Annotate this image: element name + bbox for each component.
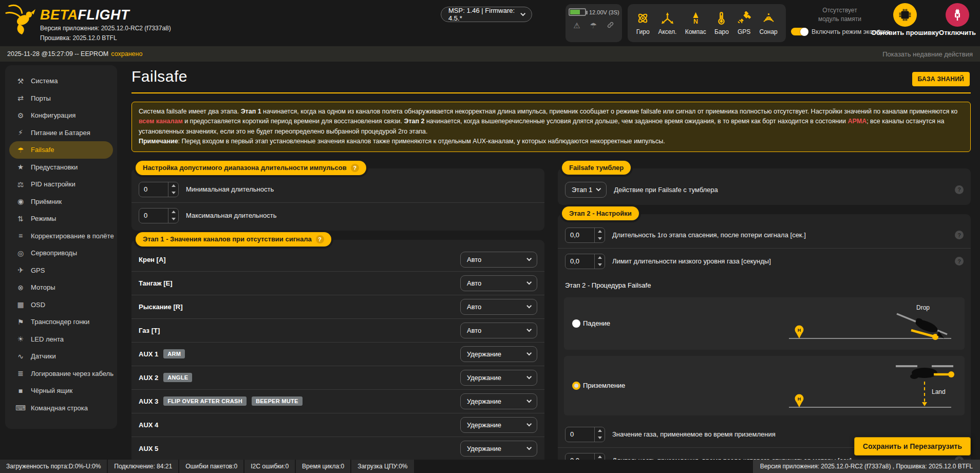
number-input[interactable]: 0,0 bbox=[565, 453, 605, 460]
sidebar-item-cli[interactable]: ⌨Командная строка bbox=[9, 400, 113, 417]
sidebar-item-label: LED лента bbox=[31, 335, 64, 343]
channel-fallback-select[interactable]: Авто bbox=[460, 299, 537, 315]
battery-icon: ⚡ bbox=[15, 128, 26, 137]
svg-text:Drop: Drop bbox=[916, 304, 930, 311]
disconnect-button[interactable]: Отключить bbox=[939, 3, 976, 36]
channel-row: AUX 5Удержание bbox=[131, 437, 544, 460]
spinner-up-icon[interactable] bbox=[168, 209, 178, 216]
sidebar-item-modes[interactable]: ⇅Режимы bbox=[9, 210, 113, 228]
update-firmware-button[interactable]: Обновить прошивку bbox=[872, 3, 938, 36]
sidebar-item-ports[interactable]: ⇄Порты bbox=[9, 90, 113, 107]
sidebar-item-parachute[interactable]: ☂Failsafe bbox=[9, 141, 113, 159]
sidebar-item-transponder[interactable]: ⚑Транспондер гонки bbox=[9, 313, 113, 331]
sidebar-item-logging[interactable]: ≣Логирование через кабель bbox=[9, 365, 113, 383]
channel-label: AUX 5 bbox=[139, 445, 158, 452]
procedure-radio[interactable] bbox=[572, 382, 580, 390]
number-input[interactable]: 0 bbox=[139, 208, 179, 223]
sidebar-item-inflight-adjust[interactable]: ≡Корректирование в полёте bbox=[9, 228, 113, 245]
spinner-up-icon[interactable] bbox=[595, 228, 605, 235]
setting-label: Минимальная длительность bbox=[186, 185, 274, 193]
sidebar-item-label: Режимы bbox=[31, 215, 56, 222]
spinner-control[interactable] bbox=[168, 209, 178, 223]
sidebar-item-wrench[interactable]: ⚒Система bbox=[9, 72, 113, 90]
sidebar-item-servos[interactable]: ◎Сервоприводы bbox=[9, 244, 113, 262]
sidebar-item-label: PID настройки bbox=[31, 180, 76, 188]
sensor-label: Аксел. bbox=[658, 28, 676, 35]
number-input[interactable]: 0,0 bbox=[565, 254, 605, 269]
sidebar-item-sensors[interactable]: ∿Датчики bbox=[9, 348, 113, 365]
expert-mode-toggle[interactable] bbox=[791, 28, 808, 35]
procedure-radio[interactable] bbox=[572, 319, 580, 328]
channel-fallback-select[interactable]: Авто bbox=[460, 252, 537, 268]
chip-icon bbox=[893, 3, 917, 27]
channel-row: AUX 1ARMУдержание bbox=[131, 342, 544, 366]
spinner-down-icon[interactable] bbox=[595, 235, 605, 242]
sidebar-item-pid-tuning[interactable]: ⚖PID настройки bbox=[9, 176, 113, 193]
motors-icon: ⊗ bbox=[15, 283, 26, 292]
help-icon[interactable]: ? bbox=[955, 456, 964, 460]
channel-fallback-select[interactable]: Удержание bbox=[460, 370, 537, 386]
sidebar-item-gear[interactable]: ⚙Конфигурация bbox=[9, 107, 113, 124]
help-icon[interactable]: ? bbox=[955, 257, 964, 266]
save-and-reboot-button[interactable]: Сохранить и Перезагрузить bbox=[854, 437, 971, 456]
spinner-control[interactable] bbox=[594, 254, 605, 269]
switch-action-select[interactable]: Этап 1 bbox=[565, 182, 607, 198]
channel-fallback-select[interactable]: Удержание bbox=[460, 393, 537, 409]
svg-text:N: N bbox=[693, 18, 698, 25]
show-log-button[interactable]: Показать недавние действия bbox=[882, 50, 973, 58]
note-segment: и предоставляется короткий период времен… bbox=[183, 118, 404, 125]
sensor-label: Баро bbox=[714, 28, 729, 35]
spinner-down-icon[interactable] bbox=[595, 261, 605, 269]
ports-icon: ⇄ bbox=[15, 94, 26, 102]
right-column: Failsafe тумблер Этап 1 Действие при Fai… bbox=[558, 159, 971, 460]
procedure-label: Приземление bbox=[583, 382, 625, 389]
port-firmware-selector[interactable]: MSP: 1.46 | Firmware: 4.5.* bbox=[441, 7, 532, 22]
chevron-down-icon bbox=[526, 374, 532, 379]
spinner-down-icon[interactable] bbox=[595, 434, 605, 442]
spinner-control[interactable] bbox=[594, 228, 605, 242]
sidebar-item-label: Чёрный ящик bbox=[31, 387, 72, 394]
spinner-up-icon[interactable] bbox=[595, 254, 605, 261]
spinner-down-icon[interactable] bbox=[168, 190, 178, 197]
channel-fallback-select[interactable]: Удержание bbox=[460, 417, 537, 433]
channel-row: Тангаж [E]Авто bbox=[131, 271, 544, 295]
channel-fallback-select[interactable]: Удержание bbox=[460, 441, 537, 457]
sidebar-item-receiver[interactable]: ◉Приёмник bbox=[9, 193, 113, 211]
chevron-down-icon bbox=[526, 421, 532, 426]
channel-fallback-select[interactable]: Удержание bbox=[460, 346, 537, 362]
osd-icon: ▦ bbox=[15, 300, 26, 309]
sidebar-item-magic-wand[interactable]: ★Предустановки bbox=[9, 159, 113, 176]
logging-icon: ≣ bbox=[15, 369, 26, 377]
help-icon[interactable]: ? bbox=[955, 231, 964, 239]
sidebar-item-battery[interactable]: ⚡Питание и Батарея bbox=[9, 124, 113, 142]
sidebar-item-gps[interactable]: ✈GPS bbox=[9, 262, 113, 279]
knowledge-base-button[interactable]: БАЗА ЗНАНИЙ bbox=[912, 72, 970, 86]
help-icon[interactable]: ? bbox=[351, 164, 359, 172]
spinner-control[interactable] bbox=[168, 182, 178, 197]
sidebar-item-label: Failsafe bbox=[31, 146, 54, 154]
sidebar-item-label: Сервоприводы bbox=[31, 249, 77, 257]
channel-row: Рыскание [R]Авто bbox=[131, 295, 544, 318]
left-column: Настройка допустимого диапазона длительн… bbox=[131, 159, 544, 460]
number-input[interactable]: 0 bbox=[565, 427, 605, 442]
spinner-control[interactable] bbox=[594, 453, 605, 460]
help-icon[interactable]: ? bbox=[955, 185, 964, 194]
spinner-up-icon[interactable] bbox=[595, 453, 605, 460]
help-icon[interactable]: ? bbox=[316, 235, 324, 243]
spinner-up-icon[interactable] bbox=[168, 182, 178, 190]
spinner-control[interactable] bbox=[594, 427, 605, 442]
sidebar-item-blackbox[interactable]: ■Чёрный ящик bbox=[9, 382, 113, 400]
spinner-down-icon[interactable] bbox=[168, 216, 178, 223]
chevron-down-icon bbox=[520, 11, 525, 16]
number-input[interactable]: 0,0 bbox=[565, 228, 605, 243]
sidebar-item-led-strip[interactable]: ☀LED лента bbox=[9, 331, 113, 348]
sidebar-item-osd[interactable]: ▦OSD bbox=[9, 296, 113, 314]
sidebar-item-motors[interactable]: ⊗Моторы bbox=[9, 279, 113, 296]
number-input[interactable]: 0 bbox=[139, 182, 179, 197]
setting-label: Максимальная длительность bbox=[186, 212, 276, 219]
warning-icon: ⚠ bbox=[573, 21, 580, 30]
failsafe-tab-content: Failsafe БАЗА ЗНАНИЙ Система failsafe им… bbox=[125, 62, 980, 460]
channel-fallback-select[interactable]: Авто bbox=[460, 323, 537, 338]
spinner-up-icon[interactable] bbox=[595, 427, 605, 434]
channel-fallback-select[interactable]: Авто bbox=[460, 275, 537, 291]
